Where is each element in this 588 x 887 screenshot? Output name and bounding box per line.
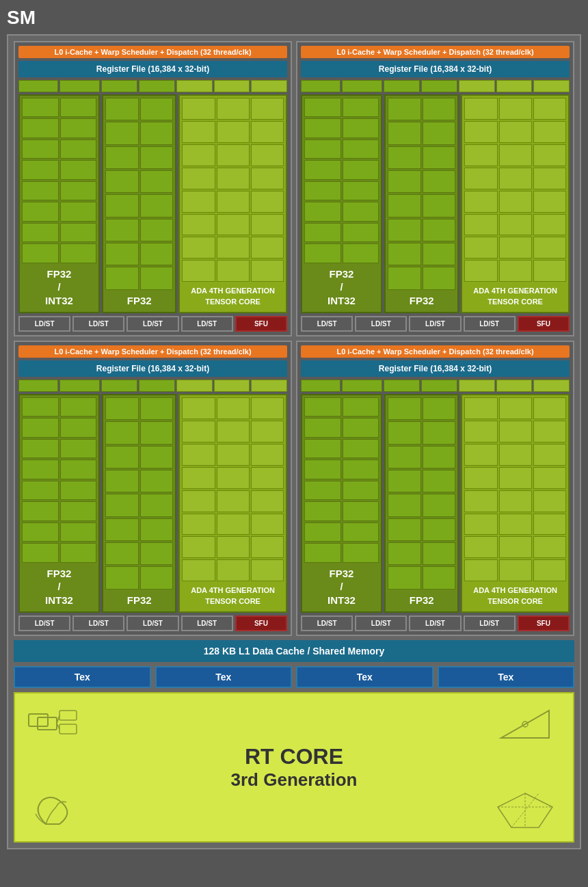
bottom-units-2: LD/ST LD/ST LD/ST LD/ST SFU [301,316,570,332]
fp-cell [60,397,97,416]
t-cell [464,144,497,166]
compute-section-1: FP32 / INT32 FP32 [18,94,287,313]
t-cell [533,444,566,466]
fp-cell [140,446,174,468]
fp-cell [22,501,59,520]
fp-cell [140,194,174,217]
t-cell [499,144,532,166]
fp-cell [140,122,174,144]
fp-cell [388,470,421,492]
t-cell [251,467,284,489]
fp-cell [304,397,341,416]
fp32-label-3: FP32 [105,594,173,607]
fp-cell [304,98,341,117]
t-cell [464,214,497,236]
register-file-bar-1: Register File (16,384 x 32-bit) [18,61,287,77]
tensor-label-1: ADA 4th GENERATION TENSOR CORE [182,286,284,307]
fp-cell [105,397,139,420]
reg-cell [139,380,175,392]
sm-container: L0 i-Cache + Warp Scheduler + Dispatch (… [7,34,581,849]
ldst-unit-7: LD/ST [409,316,461,332]
fp32-int32-col-2: FP32 / INT32 [301,94,382,313]
fp-cell [60,160,97,179]
fp-cell [60,140,97,159]
t-cell [182,214,215,236]
tensor-cell [533,80,570,92]
fp-cell [343,460,379,479]
t-cell [182,397,215,419]
t-cell [464,121,497,143]
t-cell [182,467,215,489]
fp-cell [388,98,421,120]
t-cell [533,168,566,189]
t-cell [182,536,215,558]
fp-cell [105,170,139,193]
t-cell [499,397,532,419]
fp-cell [60,439,97,458]
tensor-cell [214,380,250,392]
fp-cell [60,118,97,137]
rt-core-section: RT CORE 3rd Generation [14,692,574,843]
t-cell [464,559,497,581]
t-cell [217,214,250,236]
t-cell [464,536,497,558]
fp-cell [22,397,59,416]
fp-cell [60,418,97,437]
fp-cell [22,460,59,479]
reg-cell [342,80,382,92]
t-cell [464,168,497,189]
t-cell [182,237,215,259]
fp-cell [423,194,456,217]
quadrant-2: L0 i-Cache + Warp Scheduler + Dispatch (… [296,41,574,336]
fp-cell [140,170,174,193]
quadrant-4: L0 i-Cache + Warp Scheduler + Dispatch (… [296,341,574,636]
fp-cell [22,118,59,137]
reg-cell [421,380,457,392]
fp-cell [343,397,379,416]
fp-cell [304,118,341,137]
fp-cell [304,418,341,437]
reg-cell [101,380,137,392]
fp32-int32-col-1: FP32 / INT32 [18,94,100,313]
fp-cell [388,446,421,468]
tensor-cell [176,380,213,392]
quadrant-3: L0 i-Cache + Warp Scheduler + Dispatch (… [14,341,292,636]
svg-rect-3 [59,724,77,734]
t-cell [217,514,250,535]
t-cell [251,260,284,282]
fp-cell [343,418,379,437]
ldst-unit-8: LD/ST [464,316,516,332]
t-cell [533,536,566,558]
compute-section-4: FP32 / INT32 FP32 [301,394,570,613]
ldst-unit-5: LD/ST [301,316,353,332]
sfu-unit-4: SFU [518,615,570,631]
fp-cell [388,267,421,289]
fp-cell [22,223,59,242]
fp32-int32-col-4: FP32 / INT32 [301,394,382,613]
fp-cell [140,219,174,241]
fp-cell [140,470,174,492]
t-cell [251,144,284,166]
fp-cell [60,543,97,562]
t-cell [464,467,497,489]
ldst-unit-15: LD/ST [409,615,461,631]
fp-cell [388,146,421,169]
fp-cell [304,202,341,221]
rt-core-title: RT CORE [231,744,358,769]
fp-cell [343,439,379,458]
fp-cell [105,243,139,265]
t-cell [499,98,532,120]
tensor-col-3: ADA 4th GENERATION TENSOR CORE [178,394,287,613]
l0-cache-bar-2: L0 i-Cache + Warp Scheduler + Dispatch (… [301,46,570,58]
tensor-col-4: ADA 4th GENERATION TENSOR CORE [461,394,570,613]
t-cell [499,191,532,213]
t-cell [499,559,532,581]
t-cell [499,121,532,143]
fp-cell [60,223,97,242]
t-cell [533,214,566,236]
t-cell [182,490,215,512]
sfu-unit-2: SFU [518,316,570,332]
fp-cell [423,542,456,565]
t-cell [464,444,497,466]
t-cell [217,98,250,120]
